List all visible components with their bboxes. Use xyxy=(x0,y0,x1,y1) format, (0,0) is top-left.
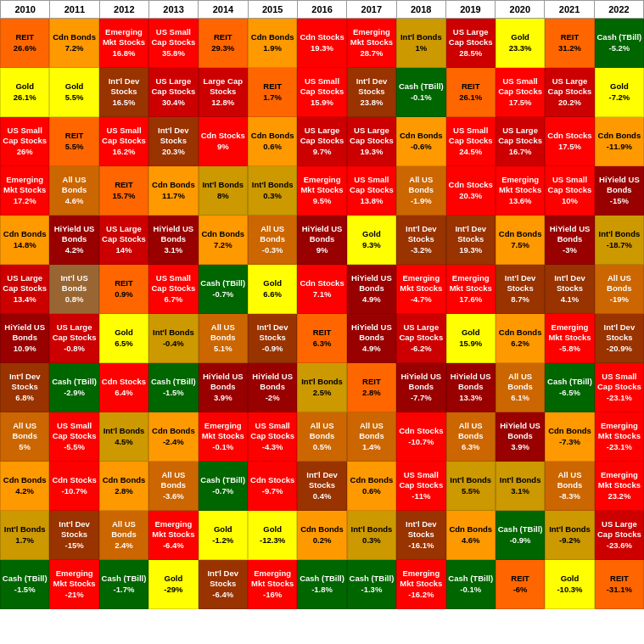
table-cell: Cdn Stocks6.4% xyxy=(99,363,148,412)
table-cell: REIT31.2% xyxy=(545,19,594,68)
table-cell: Gold-1.2% xyxy=(199,511,248,560)
cell-label: Emerging Mkt Stocks xyxy=(596,470,642,491)
cell-value: -8.3% xyxy=(559,491,580,501)
cell-label: Emerging Mkt Stocks xyxy=(200,421,246,442)
cell-label: US Large Cap Stocks xyxy=(497,126,543,147)
cell-value: 1.7% xyxy=(15,535,34,546)
table-cell: Int'l Bonds0.3% xyxy=(347,511,396,560)
cell-value: 2.8% xyxy=(115,486,133,496)
table-cell: Cdn Bonds-7.3% xyxy=(545,412,594,462)
table-cell: US Small Cap Stocks-11% xyxy=(396,462,445,511)
cell-value: 3.1% xyxy=(165,245,183,255)
table-cell: US Small Cap Stocks6.7% xyxy=(148,265,198,314)
table-cell: All US Bonds0.5% xyxy=(297,412,346,462)
cell-label: Cdn Bonds xyxy=(201,229,244,239)
year-header-cell: 2015 xyxy=(249,0,298,18)
table-row: Cdn Bonds4.2%Cdn Stocks-10.7%Cdn Bonds2.… xyxy=(0,462,644,511)
cell-value: 13.6% xyxy=(509,196,532,206)
cell-value: -12.3% xyxy=(260,535,285,546)
cell-label: Cdn Bonds xyxy=(400,131,443,141)
year-header-cell: 2020 xyxy=(496,0,545,18)
table-cell: Cdn Stocks7.1% xyxy=(297,265,346,314)
cell-value: -2.4% xyxy=(163,437,184,447)
cell-value: -0.7% xyxy=(212,486,233,496)
table-cell: Emerging Mkt Stocks9.5% xyxy=(297,166,346,216)
cell-label: REIT xyxy=(511,574,529,584)
cell-label: Gold xyxy=(362,229,381,239)
table-cell: HiYield US Bonds-7.7% xyxy=(396,363,445,412)
cell-value: -0.6% xyxy=(411,142,432,152)
cell-value: 4.9% xyxy=(362,294,381,305)
cell-value: 5.5% xyxy=(65,92,84,103)
table-cell: US Large Cap Stocks16.7% xyxy=(496,117,545,166)
cell-value: 6.8% xyxy=(15,393,34,403)
table-cell: All US Bonds6.3% xyxy=(446,412,496,462)
cell-label: Int'l Dev Stocks xyxy=(398,519,444,540)
table-cell: US Large Cap Stocks13.4% xyxy=(0,265,49,314)
table-cell: REIT29.3% xyxy=(199,19,248,68)
cell-label: Cash (TBill) xyxy=(200,278,245,288)
table-cell: Cash (TBill)-5.2% xyxy=(595,19,644,68)
cell-value: -10.7% xyxy=(408,437,434,447)
table-cell: All US Bonds1.4% xyxy=(347,412,396,462)
cell-value: 31.2% xyxy=(558,43,581,53)
year-header-cell: 2021 xyxy=(545,0,594,18)
table-cell: Cash (TBill)-0.7% xyxy=(199,462,248,511)
table-cell: HiYield US Bonds4.2% xyxy=(49,216,98,265)
cell-value: 6.3% xyxy=(462,442,480,452)
cell-value: -1.8% xyxy=(311,585,333,595)
table-row: Int'l Dev Stocks6.8%Cash (TBill)-2.9%Cdn… xyxy=(0,363,644,412)
cell-label: Int'l Bonds xyxy=(450,475,491,485)
cell-label: Emerging Mkt Stocks xyxy=(398,568,444,590)
table-cell: US Large Cap Stocks30.4% xyxy=(148,68,198,117)
cell-value: 14% xyxy=(115,245,132,255)
cell-value: -2.9% xyxy=(64,388,85,398)
cell-label: HiYield US Bonds xyxy=(448,372,494,393)
cell-label: Int'l Bonds xyxy=(252,180,294,190)
cell-value: -23.1% xyxy=(607,442,632,452)
cell-value: -0.7% xyxy=(212,289,233,300)
table-cell: Cash (TBill)-1.5% xyxy=(148,363,198,412)
table-cell: Cdn Bonds-11.9% xyxy=(595,117,644,166)
cell-value: 4.1% xyxy=(561,294,580,305)
table-cell: Int'l Bonds8% xyxy=(199,166,248,216)
cell-label: Emerging Mkt Stocks xyxy=(596,421,642,442)
cell-label: Cdn Bonds xyxy=(598,131,641,141)
cell-label: Cdn Bonds xyxy=(548,426,591,436)
cell-value: 15.9% xyxy=(311,98,333,108)
cell-label: US Large Cap Stocks xyxy=(398,322,444,344)
cell-value: 4.6% xyxy=(462,535,480,546)
table-cell: US Large Cap Stocks-6.2% xyxy=(396,314,445,363)
table-row: Gold26.1%Gold5.5%Int'l Dev Stocks16.5%US… xyxy=(0,68,644,117)
table-cell: US Large Cap Stocks19.3% xyxy=(347,117,396,166)
table-row: US Large Cap Stocks13.4%Int'l US Bonds0.… xyxy=(0,265,644,314)
cell-value: 6.1% xyxy=(511,393,529,403)
cell-label: REIT xyxy=(610,574,629,584)
table-cell: Int'l US Bonds0.8% xyxy=(49,265,98,314)
table-row: All US Bonds5%US Small Cap Stocks-5.5%In… xyxy=(0,412,644,462)
cell-label: All US Bonds xyxy=(200,322,246,344)
table-cell: HiYield US Bonds-15% xyxy=(595,166,644,216)
cell-label: Cash (TBill) xyxy=(547,377,592,387)
cell-value: 10.9% xyxy=(14,344,36,354)
cell-label: US Small Cap Stocks xyxy=(299,76,344,98)
table-cell: Cdn Stocks19.3% xyxy=(297,19,346,68)
cell-value: -4.7% xyxy=(411,294,432,305)
cell-label: Cdn Bonds xyxy=(350,475,394,485)
cell-label: US Small Cap Stocks xyxy=(51,421,97,442)
table-cell: Int'l Dev Stocks23.8% xyxy=(347,68,396,117)
year-header-cell: 2016 xyxy=(298,0,347,18)
cell-label: Gold xyxy=(65,81,84,92)
cell-value: -23.1% xyxy=(607,393,632,403)
cell-label: Emerging Mkt Stocks xyxy=(448,273,494,294)
cell-value: -6.4% xyxy=(163,540,184,551)
cell-value: -1.3% xyxy=(361,585,383,595)
cell-value: 2.5% xyxy=(313,388,332,398)
year-header-cell: 2013 xyxy=(149,0,199,18)
cell-value: -3.6% xyxy=(163,491,184,501)
cell-label: Emerging Mkt Stocks xyxy=(299,175,344,196)
table-cell: HiYield US Bonds3.9% xyxy=(496,412,545,462)
cell-value: 6.3% xyxy=(313,339,332,349)
cell-label: Gold xyxy=(263,278,282,288)
cell-value: -6.2% xyxy=(411,344,432,354)
